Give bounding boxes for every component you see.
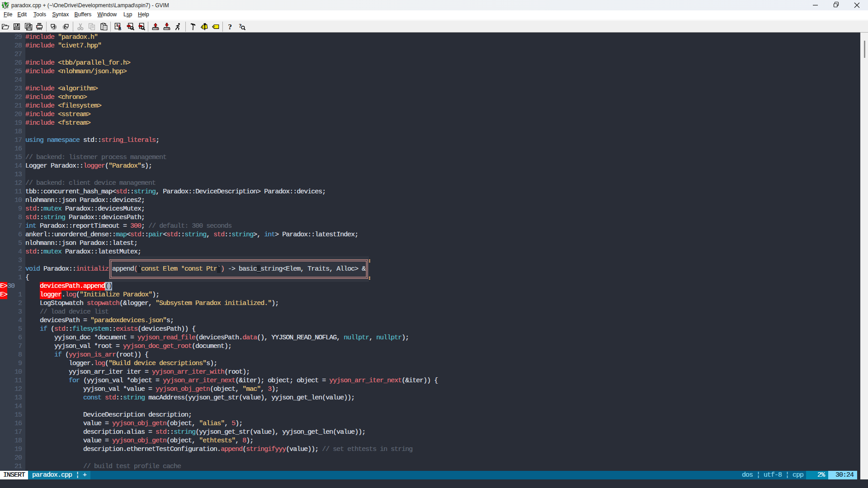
- svg-text:B: B: [118, 26, 122, 31]
- svg-text:?: ?: [228, 23, 232, 31]
